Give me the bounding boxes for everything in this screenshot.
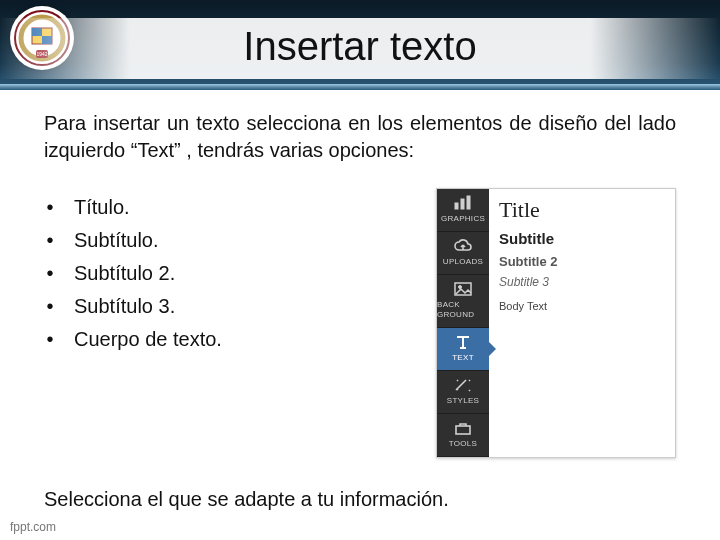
svg-rect-7 <box>461 199 464 209</box>
tool-rail: GRAPHICS UPLOADS BACK GROUND TEXT <box>437 189 489 457</box>
rail-item-uploads[interactable]: UPLOADS <box>437 232 489 275</box>
rail-item-text[interactable]: TEXT <box>437 328 489 371</box>
slide-body: Para insertar un texto selecciona en los… <box>44 110 676 484</box>
list-item: •Subtítulo. <box>44 227 410 254</box>
image-icon <box>453 281 473 297</box>
list-item: •Subtítulo 3. <box>44 293 410 320</box>
bar-chart-icon <box>453 195 473 211</box>
bullet-text: Subtítulo. <box>74 227 159 254</box>
toolbox-icon <box>453 420 473 436</box>
rail-item-background[interactable]: BACK GROUND <box>437 275 489 329</box>
rail-label: TEXT <box>452 353 474 364</box>
bullet-text: Subtítulo 3. <box>74 293 175 320</box>
option-sub3[interactable]: Subtitle 3 <box>499 274 667 290</box>
list-item: •Título. <box>44 194 410 221</box>
option-sub2[interactable]: Subtitle 2 <box>499 253 667 271</box>
bullet-text: Título. <box>74 194 130 221</box>
rail-label: UPLOADS <box>443 257 483 268</box>
rail-item-tools[interactable]: TOOLS <box>437 414 489 457</box>
text-tool-panel: GRAPHICS UPLOADS BACK GROUND TEXT <box>436 188 676 458</box>
svg-rect-11 <box>456 426 470 434</box>
intro-paragraph: Para insertar un texto selecciona en los… <box>44 110 676 164</box>
rail-label: STYLES <box>447 396 479 407</box>
rail-label: TOOLS <box>449 439 477 450</box>
svg-rect-8 <box>467 196 470 209</box>
cloud-upload-icon <box>453 238 473 254</box>
rail-item-graphics[interactable]: GRAPHICS <box>437 189 489 232</box>
closing-paragraph: Selecciona el que se adapte a tu informa… <box>44 486 676 513</box>
option-body[interactable]: Body Text <box>499 299 667 314</box>
svg-rect-6 <box>455 203 458 209</box>
rail-label: BACK GROUND <box>437 300 489 322</box>
list-item: •Subtítulo 2. <box>44 260 410 287</box>
footer-credit: fppt.com <box>10 520 56 534</box>
text-icon <box>453 334 473 350</box>
option-subtitle[interactable]: Subtitle <box>499 229 667 249</box>
list-item: •Cuerpo de texto. <box>44 326 410 353</box>
text-options: Title Subtitle Subtitle 2 Subtitle 3 Bod… <box>489 189 675 457</box>
magic-wand-icon <box>453 377 473 393</box>
rail-item-styles[interactable]: STYLES <box>437 371 489 414</box>
bullet-text: Cuerpo de texto. <box>74 326 222 353</box>
bullet-list: •Título. •Subtítulo. •Subtítulo 2. •Subt… <box>44 188 410 359</box>
bullet-text: Subtítulo 2. <box>74 260 175 287</box>
slide-title: Insertar texto <box>0 18 720 79</box>
rail-label: GRAPHICS <box>441 214 485 225</box>
option-title[interactable]: Title <box>499 195 667 225</box>
slide: 1942 Insertar texto Para insertar un tex… <box>0 0 720 540</box>
